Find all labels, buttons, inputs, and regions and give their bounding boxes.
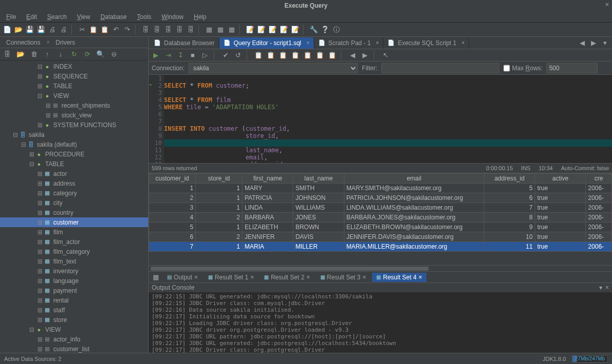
tree-item-customer[interactable]: ⊞▦customer xyxy=(0,217,148,227)
tree-item-staff[interactable]: ⊞▦staff xyxy=(0,305,148,315)
tree-item-system-functions[interactable]: ⊞●SYSTEM FUNCTIONS xyxy=(0,120,148,130)
pointer-icon[interactable]: ↖ xyxy=(380,50,391,60)
output-close-icon[interactable]: × xyxy=(605,284,609,291)
tree-item-procedure[interactable]: ⊞●PROCEDURE xyxy=(0,149,148,159)
sql1-icon[interactable]: ▦ xyxy=(204,25,214,35)
col-address_id[interactable]: address_id xyxy=(484,174,535,184)
config-icon[interactable]: 🔧 xyxy=(309,25,319,35)
up-icon[interactable]: ↑ xyxy=(42,49,52,59)
open-icon[interactable]: 📂 xyxy=(13,25,24,35)
table-row[interactable]: 62JENNIFERDAVISJENNIFER.DAVIS@sakilacust… xyxy=(149,232,612,242)
run-step-icon[interactable]: ↧ xyxy=(175,50,186,60)
menu-search[interactable]: Search xyxy=(44,12,70,22)
tree-item-sequence[interactable]: ⊞●SEQUENCE xyxy=(0,71,148,81)
tab-next-icon[interactable]: ▶ xyxy=(588,38,599,48)
tree-item-film-actor[interactable]: ⊞▦film_actor xyxy=(0,237,148,247)
tab-connections[interactable]: Connections xyxy=(2,38,45,47)
tree-item-view[interactable]: ⊟●VIEW xyxy=(0,91,148,100)
result-grid[interactable]: customer_idstore_idfirst_namelast_nameem… xyxy=(149,173,612,252)
col-first_name[interactable]: first_name xyxy=(242,174,293,184)
maxrows-checkbox[interactable] xyxy=(503,63,510,73)
down-icon[interactable]: ↓ xyxy=(55,49,66,59)
col-cre[interactable]: cre xyxy=(586,174,612,184)
new-icon[interactable]: 📄 xyxy=(2,25,12,35)
refresh-icon[interactable]: ↻ xyxy=(69,49,79,59)
editor-tab-query-editor-script1-sql[interactable]: 📄Query Editor - script1.sql× xyxy=(219,37,314,49)
undo-icon[interactable]: ↶ xyxy=(111,25,121,35)
stop-icon[interactable]: ■ xyxy=(188,50,198,60)
col-active[interactable]: active xyxy=(535,174,586,184)
ed-tool3-icon[interactable]: 📋 xyxy=(278,50,288,60)
cut-icon[interactable]: ✂ xyxy=(77,25,87,35)
search-tree-icon[interactable]: 🔍 xyxy=(95,49,106,59)
sql2-icon[interactable]: ▦ xyxy=(215,25,226,35)
menu-help[interactable]: Help xyxy=(191,12,210,22)
col-last_name[interactable]: last_name xyxy=(293,174,344,184)
menu-window[interactable]: Window xyxy=(158,12,187,22)
tree-item-sakila[interactable]: ⊟🗄sakila xyxy=(0,130,148,139)
tree-item-country[interactable]: ⊞▦country xyxy=(0,208,148,217)
tree-item-film-category[interactable]: ⊞▦film_category xyxy=(0,247,148,256)
horizontal-scrollbar[interactable] xyxy=(149,265,612,271)
memory-bar[interactable]: 27Mb/247Mb xyxy=(572,355,608,362)
sql-editor[interactable]: 1234567891011121314 SELECT * FROM custom… xyxy=(149,75,612,163)
ed2-icon[interactable]: 📝 xyxy=(256,25,267,35)
col-customer_id[interactable]: customer_id xyxy=(149,174,196,184)
run-icon[interactable]: ▶ xyxy=(151,50,161,60)
tree-item-customer-list[interactable]: ⊞▦customer_list xyxy=(0,344,148,353)
filter-input[interactable] xyxy=(381,63,499,73)
tab-menu-icon[interactable]: ▾ xyxy=(600,38,610,48)
tree-item-table[interactable]: ⊞●TABLE xyxy=(0,81,148,91)
connect-icon[interactable]: ⟳ xyxy=(82,49,92,59)
ed-tool4-icon[interactable]: 📋 xyxy=(290,50,300,60)
db3-icon[interactable]: 🗄 xyxy=(163,25,173,35)
col-store_id[interactable]: store_id xyxy=(196,174,242,184)
rs-close-icon[interactable]: × xyxy=(419,274,422,281)
output-min-icon[interactable]: ▾ xyxy=(599,284,602,291)
print2-icon[interactable]: 🖨 xyxy=(58,25,69,35)
tree-item-inventory[interactable]: ⊞▦inventory xyxy=(0,266,148,276)
next-icon[interactable]: ▷ xyxy=(200,50,210,60)
menu-file[interactable]: File xyxy=(3,12,19,22)
ed-tool7-icon[interactable]: 📋 xyxy=(327,50,337,60)
rs-close-icon[interactable]: × xyxy=(250,274,254,281)
table-row[interactable]: 51ELIZABETHBROWNELIZABETH.BROWN@sakilacu… xyxy=(149,223,612,232)
table-row[interactable]: 42BARBARAJONESBARBARA.JONES@sakilacustom… xyxy=(149,213,612,223)
tree-item-view[interactable]: ⊟●VIEW xyxy=(0,325,148,334)
tree-item-index[interactable]: ⊟●INDEX xyxy=(0,62,148,71)
resultset-tab-result-set-3[interactable]: ▦Result Set 3× xyxy=(316,273,370,282)
table-row[interactable]: 11MARYSMITHMARY.SMITH@sakilacustomer.org… xyxy=(149,184,612,193)
tree-item-language[interactable]: ⊞▦language xyxy=(0,276,148,286)
print-icon[interactable]: 🖨 xyxy=(47,25,57,35)
info-icon[interactable]: ⓘ xyxy=(331,25,341,35)
table-row[interactable]: 21PATRICIAJOHNSONPATRICIA.JOHNSON@sakila… xyxy=(149,193,612,203)
fwd-icon[interactable]: ▶ xyxy=(360,50,370,60)
ed4-icon[interactable]: 📝 xyxy=(279,25,289,35)
run-block-icon[interactable]: ⇥ xyxy=(163,50,173,60)
tree-item-actor[interactable]: ⊞▦actor xyxy=(0,169,148,178)
ed-tool2-icon[interactable]: 📋 xyxy=(266,50,276,60)
maxrows-input[interactable] xyxy=(546,63,598,73)
tree-item-recent-shipments[interactable]: ⊞▦recent_shipments xyxy=(0,100,148,110)
db2-icon[interactable]: 🗄 xyxy=(152,25,162,35)
output-body[interactable]: [09:22:15] JDBC URL generated: jdbc:mysq… xyxy=(149,292,612,353)
tree-item-stock-view[interactable]: ⊞▦stock_view xyxy=(0,110,148,120)
tree-item-sakila-default-[interactable]: ⊟🗄sakila (default) xyxy=(0,139,148,149)
rs-close-icon[interactable]: × xyxy=(307,274,310,281)
resultset-tab-result-set-2[interactable]: ▦Result Set 2× xyxy=(260,273,314,282)
menu-edit[interactable]: Edit xyxy=(23,12,40,22)
redo-icon[interactable]: ↷ xyxy=(122,25,132,35)
tree-item-film-text[interactable]: ⊞▦film_text xyxy=(0,256,148,266)
tree-item-city[interactable]: ⊞▦city xyxy=(0,198,148,208)
table-row[interactable]: 31LINDAWILLIAMSLINDA.WILLIAMS@sakilacust… xyxy=(149,203,612,213)
copy-icon[interactable]: 📋 xyxy=(88,25,98,35)
tab-close-icon[interactable]: × xyxy=(307,40,310,46)
ed-tool1-icon[interactable]: 📋 xyxy=(253,50,263,60)
tree-item-rental[interactable]: ⊞▦rental xyxy=(0,295,148,305)
tab-drivers[interactable]: Drivers xyxy=(52,38,79,47)
tree-item-film[interactable]: ⊞▦film xyxy=(0,227,148,237)
paste-icon[interactable]: 📋 xyxy=(99,25,110,35)
tree-item-actor-info[interactable]: ⊞▦actor_info xyxy=(0,334,148,344)
db-tree[interactable]: ⊟●INDEX⊞●SEQUENCE⊞●TABLE⊟●VIEW⊞▦recent_s… xyxy=(0,60,148,353)
db5-icon[interactable]: 🗄 xyxy=(186,25,196,35)
